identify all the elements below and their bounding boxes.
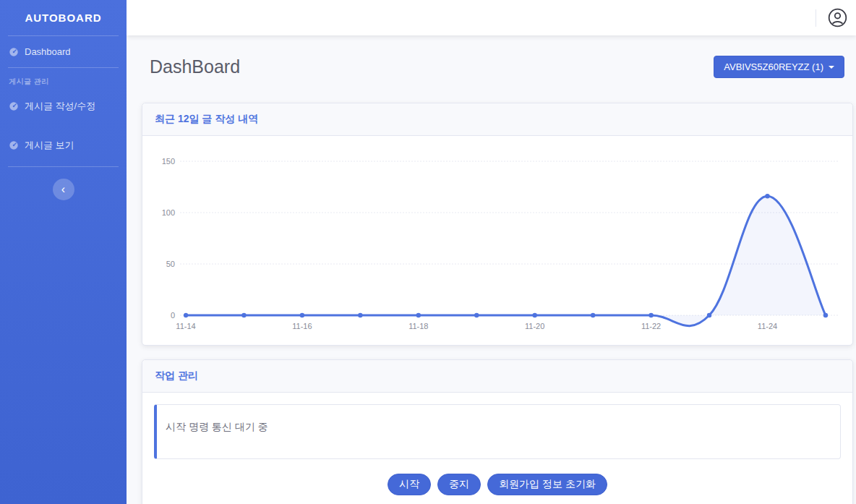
sidebar-divider [8,166,119,167]
y-axis-tick-label: 50 [166,260,175,268]
x-axis-tick-label: 11-24 [758,322,777,330]
chart-card-title: 최근 12일 글 작성 내역 [142,103,852,136]
tachometer-icon [9,140,19,150]
chart-data-point [591,313,595,317]
chart-data-point [649,313,653,317]
chart-data-point [416,313,421,317]
sidebar-item-label: 게시글 보기 [25,139,74,152]
sidebar-section-heading: 게시글 관리 [0,68,127,88]
account-dropdown-label: AVBIVS5Z60REYZZ (1) [724,61,823,72]
sidebar-item-post-view[interactable]: 게시글 보기 [0,127,127,166]
page-title: DashBoard [150,56,240,77]
sidebar-item-label: Dashboard [25,46,71,57]
user-circle-icon [828,8,847,27]
chart-data-point [765,194,769,198]
job-card-body: 시작 명령 통신 대기 중 시작 중지 회원가입 정보 초기화 [142,393,852,504]
job-management-card: 작업 관리 시작 명령 통신 대기 중 시작 중지 회원가입 정보 초기화 [142,359,853,504]
y-axis-tick-label: 150 [162,157,175,166]
chart-data-point [184,313,188,317]
chart-data-point [241,313,246,317]
stop-button[interactable]: 중지 [437,474,481,495]
job-actions-row: 시작 중지 회원가입 정보 초기화 [154,474,841,495]
chart-data-point [823,313,828,317]
chart-data-point [474,313,479,317]
sidebar-item-dashboard[interactable]: Dashboard [0,36,127,67]
reset-signup-info-button[interactable]: 회원가입 정보 초기화 [487,474,607,495]
start-button[interactable]: 시작 [388,474,431,495]
chart-data-point [358,313,362,317]
chevron-left-icon: ‹ [61,183,65,195]
chart-data-point [533,313,537,317]
y-axis-tick-label: 100 [162,208,175,217]
x-axis-tick-label: 11-16 [292,322,312,330]
topbar-divider [816,9,816,27]
chart-data-point [300,313,304,317]
main-content: DashBoard AVBIVS5Z60REYZZ (1) 최근 12일 글 작… [127,35,856,504]
x-axis-tick-label: 11-20 [525,322,544,330]
page-header-row: DashBoard AVBIVS5Z60REYZZ (1) [142,50,853,78]
tachometer-icon [9,47,19,57]
account-dropdown-button[interactable]: AVBIVS5Z60REYZZ (1) [714,56,844,78]
tachometer-icon [9,101,19,111]
x-axis-tick-label: 11-18 [408,322,428,330]
job-status-box: 시작 명령 통신 대기 중 [154,404,841,459]
chart-data-point [707,313,711,317]
line-chart: 05010015011-1411-1611-1811-2011-2211-24 [155,142,842,338]
topbar [127,0,856,35]
chart-area-fill [186,196,826,325]
job-status-message: 시작 명령 통신 대기 중 [166,421,268,432]
x-axis-tick-label: 11-22 [641,322,661,330]
y-axis-tick-label: 0 [171,311,175,320]
brand-logo[interactable]: AUTOBOARD [0,0,127,35]
x-axis-tick-label: 11-14 [176,322,195,330]
recent-posts-chart-card: 최근 12일 글 작성 내역 05010015011-1411-1611-181… [142,103,853,346]
chart-card-body: 05010015011-1411-1611-1811-2011-2211-24 [142,136,852,345]
sidebar-collapse-button[interactable]: ‹ [53,179,74,200]
caret-down-icon [829,66,834,69]
sidebar-item-label: 게시글 작성/수정 [25,100,95,113]
sidebar: AUTOBOARD Dashboard 게시글 관리 게시글 작성/수정 게시글… [0,0,127,504]
sidebar-item-post-edit[interactable]: 게시글 작성/수정 [0,88,127,127]
job-card-title: 작업 관리 [142,360,852,393]
user-menu-button[interactable] [828,8,847,27]
